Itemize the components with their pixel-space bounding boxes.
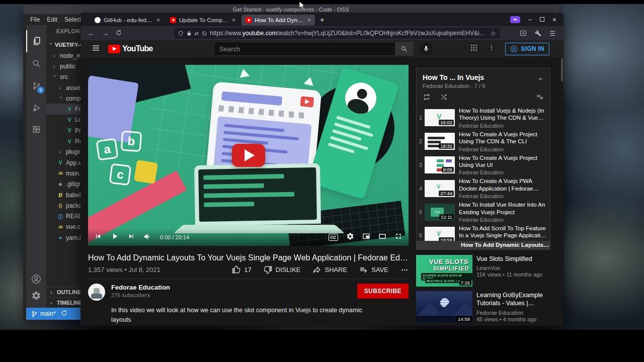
player-settings-icon[interactable] (346, 232, 354, 242)
new-tab-button[interactable]: + (320, 15, 325, 24)
wrench-icon[interactable] (535, 30, 541, 37)
next-button[interactable] (127, 232, 135, 242)
menu-edit[interactable]: Edit (47, 16, 57, 23)
related-video-2[interactable]: 14:59 Learning GoByExample Tutorials - V… (416, 291, 550, 323)
lock-icon[interactable] (187, 31, 192, 36)
playlist-item-5[interactable]: 5 </>12:11 How To Install Vue Router Int… (417, 200, 550, 224)
search-input[interactable] (214, 42, 395, 56)
menu-icon[interactable]: ☰ (549, 30, 555, 37)
search-button[interactable] (395, 42, 414, 56)
tab-close-icon[interactable]: × (307, 17, 311, 24)
sign-in-button[interactable]: SIGN IN (505, 43, 549, 55)
voice-search-icon[interactable] (420, 42, 433, 55)
youtube-logo[interactable]: YouTube (108, 44, 152, 53)
fullscreen-icon[interactable] (394, 232, 403, 242)
time-display: 0:00 / 20:14 (160, 234, 189, 240)
loop-playlist-icon[interactable] (423, 93, 431, 103)
hamburger-menu-icon[interactable] (80, 44, 108, 54)
playlist-item-3[interactable]: 3 8:05 How To Create A Vuejs Project Usi… (417, 153, 550, 177)
playlist-item-2[interactable]: 2 18:31 How To Create A Vuejs Project Us… (417, 130, 550, 153)
explorer-icon[interactable] (26, 30, 46, 52)
close-button[interactable]: × (552, 16, 556, 24)
playlist-add-icon (359, 265, 368, 274)
player-controls: 0:00 / 20:14 CC (88, 229, 409, 246)
back-button[interactable]: ← (88, 29, 95, 37)
info-file-icon: i (58, 214, 63, 219)
playlist-item-4[interactable]: 4 V27:44 How To Create A Vuejs PWA Docke… (417, 176, 550, 200)
shuffle-playlist-icon[interactable] (440, 93, 448, 103)
video-meta-row: 1,357 views • Jul 8, 2021 17 DISLIKE SHA… (88, 265, 409, 274)
video-player[interactable]: a b c 0:00 (88, 65, 409, 246)
tab-dynamic-layouts[interactable]: How To Add Dynamic Lay × (242, 15, 315, 26)
minimize-button[interactable]: – (528, 16, 532, 23)
play-button[interactable] (110, 232, 119, 243)
youtube-play-icon (108, 45, 120, 53)
thumb-down-icon (264, 265, 272, 274)
git-branch-indicator[interactable]: main* (31, 310, 56, 317)
source-control-icon[interactable]: 5 (26, 74, 46, 97)
illustration-tile-a: a (96, 138, 118, 160)
tab-update-components[interactable]: Update To Components f × (166, 15, 239, 26)
account-icon[interactable] (31, 274, 42, 287)
chevron-icon: › (50, 289, 54, 295)
autoplay-blocked-icon[interactable] (202, 31, 207, 36)
chevron-icon: › (52, 75, 58, 79)
permissions-icon[interactable]: ⇄ (194, 31, 198, 36)
branch-icon (31, 311, 38, 317)
tab-close-icon[interactable]: × (232, 17, 235, 24)
shield-icon[interactable] (178, 31, 184, 36)
page-scrollbar[interactable] (561, 58, 563, 81)
video-description: In this video we will look at how we can… (111, 306, 363, 326)
collapse-chevron-icon[interactable] (537, 75, 544, 84)
settings-gear-icon[interactable] (31, 291, 41, 303)
extension-icon[interactable]: ∞ (510, 16, 520, 23)
playlist-title[interactable]: How To ... In Vuejs (423, 73, 544, 81)
previous-button[interactable] (94, 232, 102, 242)
yarn-file-icon: ● (57, 235, 63, 240)
github-favicon-icon (95, 17, 101, 23)
run-debug-icon[interactable] (26, 97, 46, 119)
like-button[interactable]: 17 (232, 265, 251, 274)
channel-avatar[interactable] (88, 284, 105, 301)
theater-mode-icon[interactable] (378, 232, 386, 242)
maximize-button[interactable] (540, 17, 544, 22)
kebab-menu-icon[interactable] (488, 44, 495, 53)
extensions-icon[interactable] (26, 119, 46, 141)
scm-badge: 5 (37, 86, 44, 94)
babel-file-icon: B (57, 192, 63, 198)
tab-github[interactable]: GitHub - edu-fedorae/vu × (91, 15, 164, 26)
forward-button[interactable]: → (102, 29, 109, 37)
browser-nav-bar: ← → ⇄ https://www.youtube.com/watch?v=hw… (80, 26, 564, 40)
bookmark-star-icon[interactable]: ☆ (490, 30, 496, 37)
playlist-current-item[interactable]: How To Add Dynamic Layouts To Your (417, 241, 550, 249)
related-thumbnail: 14:59 (416, 291, 472, 323)
playlist-meta: Fedorae Education - 7 / 9 (423, 83, 544, 89)
menu-file[interactable]: File (30, 16, 40, 23)
youtube-header: YouTube SIGN IN (80, 40, 564, 57)
playlist-thumbnail: V27:44 (425, 180, 455, 197)
save-button[interactable]: SAVE (359, 265, 388, 274)
play-overlay-button[interactable] (232, 144, 265, 167)
js-file-icon: JS (57, 225, 63, 229)
tab-close-icon[interactable]: × (156, 17, 160, 24)
apps-grid-icon[interactable] (470, 44, 478, 54)
search-icon[interactable] (26, 52, 46, 74)
illustration-tile-b: b (121, 131, 142, 152)
dislike-button[interactable]: DISLIKE (264, 265, 301, 274)
more-horizontal-icon (400, 266, 409, 274)
captions-button[interactable]: CC (329, 234, 338, 241)
related-video-1[interactable]: VUE SLOTS SIMPLIFIED SCOPED SLOTS DATA I… (416, 255, 550, 287)
pocket-icon[interactable] (520, 30, 527, 37)
url-bar[interactable]: ⇄ https://www.youtube.com/watch?v=hwjYLq… (174, 28, 500, 39)
sync-icon[interactable] (61, 310, 67, 318)
subscribe-button[interactable]: SUBSCRIBE (357, 284, 409, 299)
channel-name[interactable]: Fedorae Education (111, 284, 170, 291)
add-playlist-icon[interactable] (536, 93, 544, 103)
playlist-item-1[interactable]: 1 V15:02 How To Install Vuejs & Nodejs (… (417, 106, 550, 130)
volume-icon[interactable] (143, 232, 152, 243)
miniplayer-icon[interactable] (362, 232, 370, 242)
reload-button[interactable] (116, 29, 122, 37)
share-button[interactable]: SHARE (312, 265, 347, 274)
more-actions-button[interactable] (400, 266, 409, 274)
related-videos: VUE SLOTS SIMPLIFIED SCOPED SLOTS DATA I… (416, 255, 550, 326)
